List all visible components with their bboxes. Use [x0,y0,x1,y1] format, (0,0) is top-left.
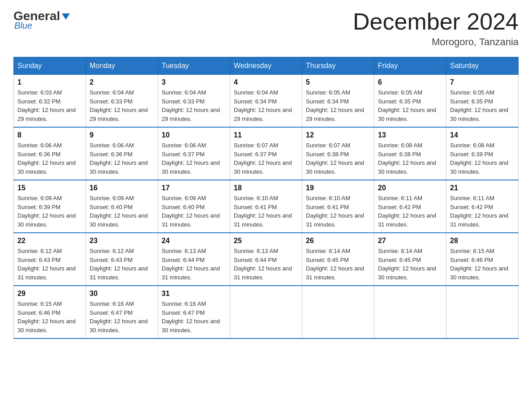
calendar-week-row: 29 Sunrise: 6:15 AM Sunset: 6:46 PM Dayl… [14,286,519,338]
sunset-label: Sunset: 6:38 PM [378,151,421,158]
sunrise-label: Sunrise: 6:15 AM [450,248,494,254]
title-section: December 2024 Morogoro, Tanzania [353,9,519,48]
sunset-label: Sunset: 6:44 PM [234,257,277,263]
table-row: 11 Sunrise: 6:07 AM Sunset: 6:37 PM Dayl… [230,127,302,180]
daylight-label: Daylight: 12 hours and 29 minutes. [306,107,364,122]
day-number: 20 [378,184,442,192]
calendar-table: Sunday Monday Tuesday Wednesday Thursday… [13,57,519,339]
daylight-label: Daylight: 12 hours and 30 minutes. [234,159,292,175]
sunrise-label: Sunrise: 6:06 AM [90,142,134,149]
sunrise-label: Sunrise: 6:05 AM [378,89,422,96]
header-tuesday: Tuesday [158,57,230,75]
svg-marker-0 [62,13,70,20]
sunset-label: Sunset: 6:45 PM [378,257,421,263]
sunrise-label: Sunrise: 6:04 AM [90,89,134,96]
sunset-label: Sunset: 6:47 PM [90,309,133,316]
sunset-label: Sunset: 6:36 PM [90,151,133,158]
daylight-label: Daylight: 12 hours and 31 minutes. [378,212,436,228]
day-number: 24 [162,237,226,245]
sunset-label: Sunset: 6:43 PM [17,257,60,263]
daylight-label: Daylight: 12 hours and 31 minutes. [162,212,220,228]
sunset-label: Sunset: 6:46 PM [450,257,493,263]
calendar-header-row: Sunday Monday Tuesday Wednesday Thursday… [14,57,519,75]
day-number: 26 [306,237,370,245]
table-row: 21 Sunrise: 6:11 AM Sunset: 6:42 PM Dayl… [446,180,519,233]
sunset-label: Sunset: 6:47 PM [162,309,205,316]
table-row: 19 Sunrise: 6:10 AM Sunset: 6:41 PM Dayl… [302,180,374,233]
day-number: 15 [17,184,82,192]
sunrise-label: Sunrise: 6:03 AM [17,89,62,96]
daylight-label: Daylight: 12 hours and 30 minutes. [378,265,436,281]
sunset-label: Sunset: 6:38 PM [306,151,349,158]
sunset-label: Sunset: 6:43 PM [90,257,133,263]
day-number: 10 [162,131,226,139]
table-row [374,286,446,338]
table-row: 8 Sunrise: 6:06 AM Sunset: 6:36 PM Dayli… [14,127,86,180]
table-row: 16 Sunrise: 6:09 AM Sunset: 6:40 PM Dayl… [86,180,158,233]
daylight-label: Daylight: 12 hours and 30 minutes. [450,159,508,175]
table-row: 5 Sunrise: 6:05 AM Sunset: 6:34 PM Dayli… [302,75,374,128]
day-info: Sunrise: 6:11 AM Sunset: 6:42 PM Dayligh… [450,194,515,229]
day-number: 6 [378,78,442,86]
day-info: Sunrise: 6:09 AM Sunset: 6:40 PM Dayligh… [162,194,226,229]
sunset-label: Sunset: 6:40 PM [162,204,205,210]
sunset-label: Sunset: 6:40 PM [90,204,133,210]
sunrise-label: Sunrise: 6:08 AM [450,142,494,149]
sunrise-label: Sunrise: 6:08 AM [378,142,422,149]
sunrise-label: Sunrise: 6:14 AM [378,248,422,254]
table-row: 28 Sunrise: 6:15 AM Sunset: 6:46 PM Dayl… [446,233,519,286]
day-info: Sunrise: 6:13 AM Sunset: 6:44 PM Dayligh… [162,247,226,282]
day-number: 8 [17,131,82,139]
header-thursday: Thursday [302,57,374,75]
table-row: 22 Sunrise: 6:12 AM Sunset: 6:43 PM Dayl… [14,233,86,286]
table-row: 30 Sunrise: 6:16 AM Sunset: 6:47 PM Dayl… [86,286,158,338]
sunset-label: Sunset: 6:36 PM [17,151,60,158]
day-number: 11 [234,131,298,139]
calendar-week-row: 15 Sunrise: 6:09 AM Sunset: 6:39 PM Dayl… [14,180,519,233]
day-number: 1 [17,78,82,86]
sunrise-label: Sunrise: 6:06 AM [17,142,62,149]
day-info: Sunrise: 6:09 AM Sunset: 6:39 PM Dayligh… [17,194,82,229]
sunrise-label: Sunrise: 6:16 AM [162,300,206,307]
day-info: Sunrise: 6:12 AM Sunset: 6:43 PM Dayligh… [17,247,82,282]
day-info: Sunrise: 6:03 AM Sunset: 6:32 PM Dayligh… [17,88,82,123]
sunset-label: Sunset: 6:37 PM [162,151,205,158]
day-number: 5 [306,78,370,86]
table-row: 31 Sunrise: 6:16 AM Sunset: 6:47 PM Dayl… [158,286,230,338]
sunrise-label: Sunrise: 6:09 AM [17,195,62,201]
day-info: Sunrise: 6:04 AM Sunset: 6:33 PM Dayligh… [90,88,154,123]
daylight-label: Daylight: 12 hours and 30 minutes. [17,318,76,334]
day-info: Sunrise: 6:11 AM Sunset: 6:42 PM Dayligh… [378,194,442,229]
day-number: 21 [450,184,515,192]
table-row: 1 Sunrise: 6:03 AM Sunset: 6:32 PM Dayli… [14,75,86,128]
table-row: 4 Sunrise: 6:04 AM Sunset: 6:34 PM Dayli… [230,75,302,128]
page-subtitle: Morogoro, Tanzania [353,36,519,48]
day-info: Sunrise: 6:05 AM Sunset: 6:35 PM Dayligh… [378,88,442,123]
day-number: 27 [378,237,442,245]
sunrise-label: Sunrise: 6:04 AM [234,89,278,96]
table-row: 29 Sunrise: 6:15 AM Sunset: 6:46 PM Dayl… [14,286,86,338]
day-number: 25 [234,237,298,245]
day-number: 31 [162,290,226,298]
sunrise-label: Sunrise: 6:07 AM [234,142,278,149]
table-row: 7 Sunrise: 6:05 AM Sunset: 6:35 PM Dayli… [446,75,519,128]
table-row [302,286,374,338]
sunset-label: Sunset: 6:42 PM [378,204,421,210]
sunrise-label: Sunrise: 6:11 AM [450,195,494,201]
daylight-label: Daylight: 12 hours and 31 minutes. [162,265,220,281]
day-number: 9 [90,131,154,139]
logo: General Blue [13,9,71,31]
day-number: 30 [90,290,154,298]
sunrise-label: Sunrise: 6:09 AM [90,195,134,201]
day-number: 17 [162,184,226,192]
daylight-label: Daylight: 12 hours and 30 minutes. [17,212,76,228]
daylight-label: Daylight: 12 hours and 30 minutes. [90,212,148,228]
daylight-label: Daylight: 12 hours and 30 minutes. [378,159,436,175]
daylight-label: Daylight: 12 hours and 31 minutes. [306,212,364,228]
day-info: Sunrise: 6:16 AM Sunset: 6:47 PM Dayligh… [90,300,154,334]
day-number: 29 [17,290,82,298]
sunrise-label: Sunrise: 6:15 AM [17,300,62,307]
table-row: 24 Sunrise: 6:13 AM Sunset: 6:44 PM Dayl… [158,233,230,286]
daylight-label: Daylight: 12 hours and 30 minutes. [17,159,76,175]
day-info: Sunrise: 6:16 AM Sunset: 6:47 PM Dayligh… [162,300,226,334]
